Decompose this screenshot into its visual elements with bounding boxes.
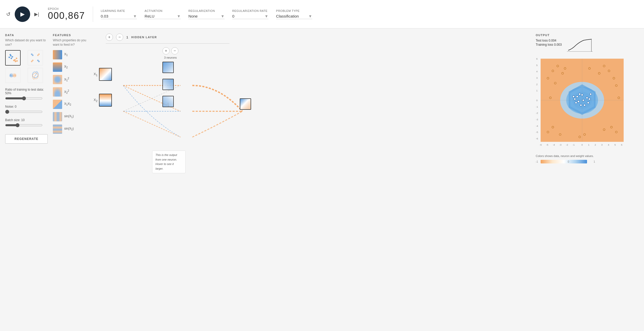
svg-text:4: 4 (608, 143, 609, 146)
learning-rate-label: Learning rate (101, 9, 139, 12)
activation-block: Activation ReLU ▼ (145, 9, 183, 19)
svg-point-3 (11, 58, 12, 59)
add-neuron-button[interactable]: + (162, 47, 170, 54)
svg-text:4: 4 (536, 70, 538, 73)
batch-slider[interactable] (5, 123, 43, 127)
noise-slider[interactable] (5, 110, 43, 114)
feature-x2sq[interactable]: X22 (53, 87, 86, 97)
learning-rate-select[interactable]: 0.03 ▼ (101, 13, 137, 19)
features-description: Which properties do you want to feed in? (53, 38, 86, 47)
epoch-label: Epoch (48, 7, 85, 10)
svg-point-25 (10, 75, 11, 76)
svg-point-22 (12, 73, 16, 77)
svg-point-75 (579, 93, 581, 95)
svg-text:-5: -5 (536, 131, 538, 133)
problem-type-select[interactable]: Classification ▼ (276, 13, 312, 19)
svg-point-71 (587, 102, 589, 104)
svg-rect-30 (100, 68, 112, 81)
neuron-controls: + − (162, 47, 178, 54)
feature-x1x2[interactable]: X1X2 (53, 100, 86, 109)
dataset-spiral[interactable] (28, 68, 43, 83)
feature-label-x1: X1 (64, 52, 76, 57)
input-box-x2[interactable] (99, 94, 112, 107)
chevron-down-icon-3: ▼ (221, 14, 225, 18)
svg-text:-4: -4 (553, 143, 555, 146)
reg-rate-select[interactable]: 0 ▼ (232, 13, 268, 19)
noise-slider-row: Noise: 0 (5, 105, 48, 115)
feature-label-x2sq: X22 (64, 89, 76, 94)
feature-x2[interactable]: X2 (53, 62, 86, 72)
hidden-neuron-2[interactable] (162, 79, 174, 90)
dataset-xor[interactable] (28, 50, 43, 66)
feature-thumb-sinx2 (53, 124, 62, 134)
activation-label: Activation (145, 9, 183, 12)
step-button[interactable]: ▶| (33, 10, 40, 18)
svg-text:2: 2 (536, 83, 538, 86)
svg-point-78 (590, 93, 592, 95)
svg-text:3: 3 (601, 143, 602, 146)
regularization-select[interactable]: None ▼ (188, 13, 225, 19)
network-panel: + − 1 HIDDEN LAYER (90, 34, 531, 326)
svg-text:0: 0 (536, 99, 538, 102)
feature-sinx2[interactable]: sin(X2) (53, 124, 86, 134)
noise-label: Noise: 0 (5, 105, 48, 108)
dataset-gauss[interactable] (5, 68, 21, 83)
regularization-label: Regularization (188, 9, 227, 12)
reg-rate-label: Regularization rate (232, 9, 271, 12)
neuron-tooltip: This is the output from one neuron. Hove… (152, 151, 186, 173)
remove-neuron-button[interactable]: − (171, 47, 178, 54)
hidden-layer-label: HIDDEN LAYER (131, 36, 157, 39)
tooltip-pointer (168, 103, 168, 107)
layer-count: 1 (126, 35, 128, 39)
play-button[interactable]: ▶ (15, 6, 30, 22)
svg-point-5 (12, 56, 13, 58)
output-box[interactable] (240, 98, 251, 110)
input-box-x1[interactable] (99, 68, 112, 81)
network-visualization: X1 (90, 47, 531, 176)
svg-point-27 (13, 75, 14, 76)
legend-zero-label: 0 (568, 160, 569, 163)
features-panel: FEATURES Which properties do you want to… (53, 34, 90, 326)
svg-point-17 (37, 54, 39, 56)
regenerate-button[interactable]: REGENERATE (5, 134, 48, 144)
remove-layer-button[interactable]: − (116, 34, 123, 41)
feature-sinx1[interactable]: sin(X1) (53, 112, 86, 121)
hidden-neuron-3[interactable] (162, 96, 174, 107)
reg-rate-value: 0 (232, 14, 234, 18)
activation-select[interactable]: ReLU ▼ (145, 13, 181, 19)
color-legend: Colors shows data, neuron and weight val… (536, 154, 639, 164)
svg-point-26 (14, 74, 15, 75)
feature-x1[interactable]: X1 (53, 50, 86, 59)
input-label-x1: X1 (90, 72, 97, 77)
svg-point-7 (16, 58, 17, 59)
svg-point-23 (10, 74, 11, 75)
svg-point-72 (580, 104, 582, 106)
svg-text:6: 6 (621, 143, 622, 146)
svg-point-79 (573, 96, 575, 98)
svg-text:1: 1 (588, 143, 589, 146)
output-canvas-container: 6 5 4 3 2 1 0 -1 -2 -3 -4 -5 -6 -6 -5 -4… (536, 54, 639, 150)
epoch-value: 000,867 (48, 10, 85, 21)
data-title: DATA (5, 34, 48, 37)
dataset-grid (5, 50, 48, 83)
svg-rect-35 (240, 99, 251, 110)
training-loss: Training loss 0.003 (536, 43, 562, 46)
learning-rate-block: Learning rate 0.03 ▼ (101, 9, 139, 19)
add-layer-button[interactable]: + (106, 34, 113, 41)
svg-point-74 (589, 98, 591, 100)
chevron-down-icon-2: ▼ (177, 14, 181, 18)
ratio-slider-row: Ratio of training to test data: 50% (5, 88, 48, 101)
svg-rect-32 (163, 62, 174, 73)
svg-text:6: 6 (536, 57, 538, 60)
legend-gradient-bar (541, 160, 587, 163)
svg-point-16 (32, 54, 34, 56)
feature-label-x1x2: X1X2 (64, 102, 76, 106)
reset-button[interactable]: ↺ (5, 10, 12, 18)
svg-point-4 (10, 54, 11, 56)
hidden-neuron-1[interactable] (162, 62, 174, 73)
feature-x1sq[interactable]: X12 (53, 75, 86, 84)
dataset-cluster[interactable] (5, 50, 21, 66)
ratio-slider[interactable] (5, 96, 43, 100)
svg-text:-5: -5 (546, 143, 548, 146)
output-title: OUTPUT (536, 34, 639, 37)
